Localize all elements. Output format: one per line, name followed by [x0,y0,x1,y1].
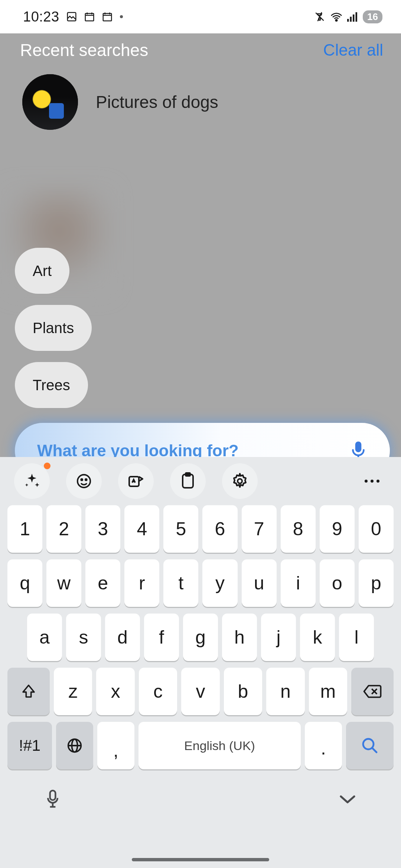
key-c[interactable]: c [139,668,177,715]
recent-searches-title: Recent searches [20,40,148,60]
translate-button[interactable] [118,463,154,499]
svg-line-25 [372,748,376,752]
gear-icon [231,472,249,490]
voice-input-button[interactable] [45,789,61,810]
chip-art[interactable]: Art [15,248,69,294]
svg-rect-8 [356,12,358,22]
key-period[interactable]: . [305,722,342,769]
key-x[interactable]: x [96,668,134,715]
key-0[interactable]: 0 [359,505,394,553]
svg-rect-5 [347,19,349,22]
key-m[interactable]: m [309,668,347,715]
chip-plants[interactable]: Plants [15,305,92,351]
chip-trees[interactable]: Trees [15,362,88,408]
more-horizontal-icon [364,479,380,483]
keyboard-collapse-button[interactable] [339,794,356,805]
status-time: 10:23 [23,9,59,25]
key-1[interactable]: 1 [7,505,42,553]
notification-dot-icon [44,463,50,469]
key-f[interactable]: f [144,614,179,661]
key-q[interactable]: q [7,559,42,607]
key-u[interactable]: u [242,559,277,607]
key-p[interactable]: p [359,559,394,607]
key-i[interactable]: i [281,559,316,607]
key-5[interactable]: 5 [163,505,198,553]
settings-button[interactable] [222,463,258,499]
image-icon [66,11,77,22]
key-d[interactable]: d [105,614,140,661]
svg-rect-7 [353,14,355,22]
key-language[interactable] [56,722,93,769]
key-search[interactable] [346,722,394,769]
chevron-down-icon [339,794,356,805]
keyboard-row-3: z x c v b n m [7,668,394,715]
status-bar: 10:23 16 [0,0,401,33]
clipboard-button[interactable] [170,463,206,499]
key-l[interactable]: l [339,614,374,661]
key-s[interactable]: s [66,614,101,661]
calendar-icon [84,11,95,22]
key-e[interactable]: e [85,559,120,607]
recent-header: Recent searches Clear all [0,33,401,70]
key-w[interactable]: w [46,559,81,607]
recent-search-label: Pictures of dogs [96,92,218,112]
key-v[interactable]: v [181,668,219,715]
backspace-icon [363,684,382,698]
signal-icon [347,11,358,22]
svg-rect-9 [355,441,362,452]
content: Recent searches Clear all Pictures of do… [0,33,401,868]
key-h[interactable]: h [222,614,257,661]
key-2[interactable]: 2 [46,505,81,553]
svg-rect-2 [103,13,111,21]
battery-level: 16 [363,10,382,23]
svg-point-21 [376,480,379,483]
emoji-button[interactable] [66,463,102,499]
key-g[interactable]: g [183,614,218,661]
keyboard-row-2: a s d f g h j k l [7,614,394,661]
key-t[interactable]: t [163,559,198,607]
key-3[interactable]: 3 [85,505,120,553]
key-8[interactable]: 8 [281,505,316,553]
svg-rect-1 [85,13,94,21]
svg-point-19 [365,480,368,483]
key-y[interactable]: y [202,559,237,607]
key-backspace[interactable] [351,668,394,715]
key-6[interactable]: 6 [202,505,237,553]
translate-icon [127,472,145,490]
gesture-handle[interactable] [132,858,269,861]
nav-bar [0,779,401,820]
key-4[interactable]: 4 [124,505,159,553]
svg-point-3 [120,15,123,18]
key-r[interactable]: r [124,559,159,607]
key-k[interactable]: k [300,614,335,661]
smiley-icon [75,473,92,490]
recent-search-item[interactable]: Pictures of dogs [0,70,401,134]
key-shift[interactable] [7,668,50,715]
key-n[interactable]: n [266,668,304,715]
key-a[interactable]: a [27,614,62,661]
svg-point-18 [238,479,242,483]
svg-point-12 [78,475,91,488]
key-j[interactable]: j [261,614,296,661]
key-o[interactable]: o [320,559,355,607]
key-space[interactable]: English (UK) [138,722,301,769]
dot-icon [120,15,123,19]
key-7[interactable]: 7 [242,505,277,553]
svg-point-14 [85,479,87,480]
key-comma[interactable]: , [97,722,134,769]
keyboard-row-space: !#1 , English (UK) . [7,722,394,769]
microphone-icon [45,789,61,810]
wifi-icon [330,11,343,22]
key-symbols[interactable]: !#1 [7,722,52,769]
clipboard-icon [180,472,195,490]
key-z[interactable]: z [54,668,92,715]
svg-point-13 [81,479,82,480]
key-9[interactable]: 9 [320,505,355,553]
keyboard-toolbar [0,457,401,505]
more-button[interactable] [354,463,390,499]
key-b[interactable]: b [224,668,262,715]
clear-all-button[interactable]: Clear all [323,41,383,59]
keyboard-row-1: q w e r t y u i o p [7,559,394,607]
recent-search-thumbnail [22,74,78,130]
ai-sparkle-button[interactable] [14,463,50,499]
